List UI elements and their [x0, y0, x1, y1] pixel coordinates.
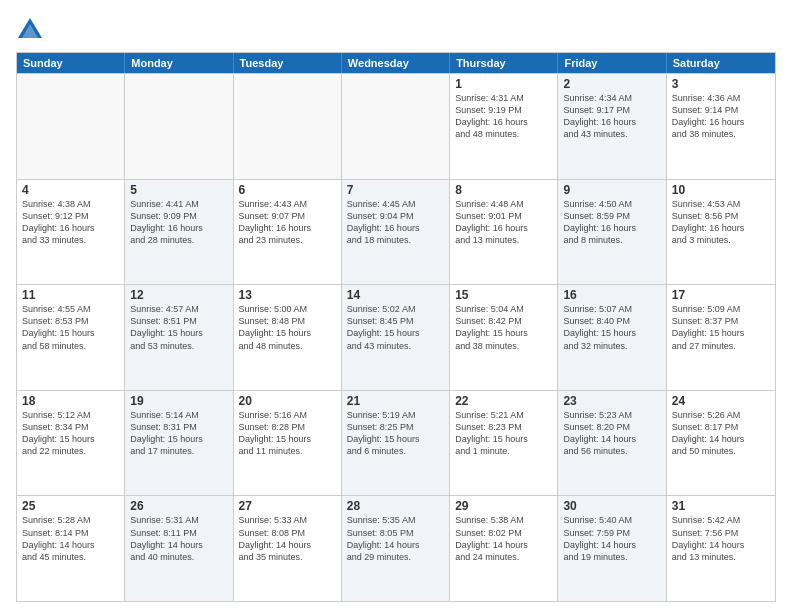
calendar-cell: 20Sunrise: 5:16 AM Sunset: 8:28 PM Dayli… — [234, 391, 342, 496]
day-info: Sunrise: 5:12 AM Sunset: 8:34 PM Dayligh… — [22, 409, 119, 458]
calendar-cell: 28Sunrise: 5:35 AM Sunset: 8:05 PM Dayli… — [342, 496, 450, 601]
weekday-header-monday: Monday — [125, 53, 233, 73]
calendar-cell: 17Sunrise: 5:09 AM Sunset: 8:37 PM Dayli… — [667, 285, 775, 390]
calendar-cell: 8Sunrise: 4:48 AM Sunset: 9:01 PM Daylig… — [450, 180, 558, 285]
calendar-cell: 27Sunrise: 5:33 AM Sunset: 8:08 PM Dayli… — [234, 496, 342, 601]
day-number: 10 — [672, 183, 770, 197]
calendar-cell: 12Sunrise: 4:57 AM Sunset: 8:51 PM Dayli… — [125, 285, 233, 390]
calendar-row-4: 18Sunrise: 5:12 AM Sunset: 8:34 PM Dayli… — [17, 390, 775, 496]
weekday-header-friday: Friday — [558, 53, 666, 73]
day-info: Sunrise: 4:45 AM Sunset: 9:04 PM Dayligh… — [347, 198, 444, 247]
day-number: 25 — [22, 499, 119, 513]
day-number: 12 — [130, 288, 227, 302]
day-info: Sunrise: 4:38 AM Sunset: 9:12 PM Dayligh… — [22, 198, 119, 247]
calendar-header: SundayMondayTuesdayWednesdayThursdayFrid… — [17, 53, 775, 73]
day-info: Sunrise: 5:07 AM Sunset: 8:40 PM Dayligh… — [563, 303, 660, 352]
day-number: 6 — [239, 183, 336, 197]
day-info: Sunrise: 4:31 AM Sunset: 9:19 PM Dayligh… — [455, 92, 552, 141]
day-info: Sunrise: 5:23 AM Sunset: 8:20 PM Dayligh… — [563, 409, 660, 458]
day-info: Sunrise: 4:43 AM Sunset: 9:07 PM Dayligh… — [239, 198, 336, 247]
day-number: 27 — [239, 499, 336, 513]
calendar-cell: 16Sunrise: 5:07 AM Sunset: 8:40 PM Dayli… — [558, 285, 666, 390]
day-info: Sunrise: 5:21 AM Sunset: 8:23 PM Dayligh… — [455, 409, 552, 458]
calendar: SundayMondayTuesdayWednesdayThursdayFrid… — [16, 52, 776, 602]
day-info: Sunrise: 4:57 AM Sunset: 8:51 PM Dayligh… — [130, 303, 227, 352]
calendar-cell — [342, 74, 450, 179]
day-number: 5 — [130, 183, 227, 197]
day-info: Sunrise: 5:26 AM Sunset: 8:17 PM Dayligh… — [672, 409, 770, 458]
day-number: 1 — [455, 77, 552, 91]
calendar-cell — [17, 74, 125, 179]
day-number: 20 — [239, 394, 336, 408]
day-info: Sunrise: 4:55 AM Sunset: 8:53 PM Dayligh… — [22, 303, 119, 352]
day-info: Sunrise: 4:53 AM Sunset: 8:56 PM Dayligh… — [672, 198, 770, 247]
day-number: 11 — [22, 288, 119, 302]
calendar-cell: 5Sunrise: 4:41 AM Sunset: 9:09 PM Daylig… — [125, 180, 233, 285]
weekday-header-tuesday: Tuesday — [234, 53, 342, 73]
calendar-cell: 30Sunrise: 5:40 AM Sunset: 7:59 PM Dayli… — [558, 496, 666, 601]
day-info: Sunrise: 4:36 AM Sunset: 9:14 PM Dayligh… — [672, 92, 770, 141]
day-info: Sunrise: 5:02 AM Sunset: 8:45 PM Dayligh… — [347, 303, 444, 352]
calendar-cell: 9Sunrise: 4:50 AM Sunset: 8:59 PM Daylig… — [558, 180, 666, 285]
weekday-header-wednesday: Wednesday — [342, 53, 450, 73]
day-info: Sunrise: 5:42 AM Sunset: 7:56 PM Dayligh… — [672, 514, 770, 563]
calendar-cell: 24Sunrise: 5:26 AM Sunset: 8:17 PM Dayli… — [667, 391, 775, 496]
day-number: 8 — [455, 183, 552, 197]
day-number: 30 — [563, 499, 660, 513]
day-info: Sunrise: 4:41 AM Sunset: 9:09 PM Dayligh… — [130, 198, 227, 247]
calendar-row-3: 11Sunrise: 4:55 AM Sunset: 8:53 PM Dayli… — [17, 284, 775, 390]
calendar-cell: 18Sunrise: 5:12 AM Sunset: 8:34 PM Dayli… — [17, 391, 125, 496]
calendar-cell: 23Sunrise: 5:23 AM Sunset: 8:20 PM Dayli… — [558, 391, 666, 496]
calendar-cell: 4Sunrise: 4:38 AM Sunset: 9:12 PM Daylig… — [17, 180, 125, 285]
day-number: 18 — [22, 394, 119, 408]
calendar-row-5: 25Sunrise: 5:28 AM Sunset: 8:14 PM Dayli… — [17, 495, 775, 601]
day-info: Sunrise: 5:19 AM Sunset: 8:25 PM Dayligh… — [347, 409, 444, 458]
day-info: Sunrise: 4:48 AM Sunset: 9:01 PM Dayligh… — [455, 198, 552, 247]
calendar-cell — [125, 74, 233, 179]
calendar-cell: 29Sunrise: 5:38 AM Sunset: 8:02 PM Dayli… — [450, 496, 558, 601]
day-info: Sunrise: 4:50 AM Sunset: 8:59 PM Dayligh… — [563, 198, 660, 247]
day-info: Sunrise: 4:34 AM Sunset: 9:17 PM Dayligh… — [563, 92, 660, 141]
day-info: Sunrise: 5:09 AM Sunset: 8:37 PM Dayligh… — [672, 303, 770, 352]
weekday-header-thursday: Thursday — [450, 53, 558, 73]
calendar-cell: 2Sunrise: 4:34 AM Sunset: 9:17 PM Daylig… — [558, 74, 666, 179]
day-info: Sunrise: 5:35 AM Sunset: 8:05 PM Dayligh… — [347, 514, 444, 563]
day-info: Sunrise: 5:00 AM Sunset: 8:48 PM Dayligh… — [239, 303, 336, 352]
day-info: Sunrise: 5:16 AM Sunset: 8:28 PM Dayligh… — [239, 409, 336, 458]
day-number: 24 — [672, 394, 770, 408]
page: SundayMondayTuesdayWednesdayThursdayFrid… — [0, 0, 792, 612]
day-info: Sunrise: 5:14 AM Sunset: 8:31 PM Dayligh… — [130, 409, 227, 458]
calendar-cell: 7Sunrise: 4:45 AM Sunset: 9:04 PM Daylig… — [342, 180, 450, 285]
calendar-cell: 26Sunrise: 5:31 AM Sunset: 8:11 PM Dayli… — [125, 496, 233, 601]
calendar-cell: 21Sunrise: 5:19 AM Sunset: 8:25 PM Dayli… — [342, 391, 450, 496]
day-number: 2 — [563, 77, 660, 91]
calendar-cell: 3Sunrise: 4:36 AM Sunset: 9:14 PM Daylig… — [667, 74, 775, 179]
day-number: 7 — [347, 183, 444, 197]
logo-icon — [16, 16, 44, 44]
day-number: 15 — [455, 288, 552, 302]
day-number: 9 — [563, 183, 660, 197]
header — [16, 12, 776, 44]
day-info: Sunrise: 5:28 AM Sunset: 8:14 PM Dayligh… — [22, 514, 119, 563]
calendar-row-1: 1Sunrise: 4:31 AM Sunset: 9:19 PM Daylig… — [17, 73, 775, 179]
calendar-cell: 10Sunrise: 4:53 AM Sunset: 8:56 PM Dayli… — [667, 180, 775, 285]
day-info: Sunrise: 5:38 AM Sunset: 8:02 PM Dayligh… — [455, 514, 552, 563]
calendar-body: 1Sunrise: 4:31 AM Sunset: 9:19 PM Daylig… — [17, 73, 775, 601]
logo — [16, 16, 48, 44]
day-number: 14 — [347, 288, 444, 302]
day-number: 17 — [672, 288, 770, 302]
day-number: 28 — [347, 499, 444, 513]
day-number: 26 — [130, 499, 227, 513]
calendar-cell: 1Sunrise: 4:31 AM Sunset: 9:19 PM Daylig… — [450, 74, 558, 179]
calendar-row-2: 4Sunrise: 4:38 AM Sunset: 9:12 PM Daylig… — [17, 179, 775, 285]
day-number: 29 — [455, 499, 552, 513]
day-number: 21 — [347, 394, 444, 408]
day-number: 3 — [672, 77, 770, 91]
calendar-cell — [234, 74, 342, 179]
day-info: Sunrise: 5:33 AM Sunset: 8:08 PM Dayligh… — [239, 514, 336, 563]
calendar-cell: 19Sunrise: 5:14 AM Sunset: 8:31 PM Dayli… — [125, 391, 233, 496]
day-number: 23 — [563, 394, 660, 408]
weekday-header-sunday: Sunday — [17, 53, 125, 73]
calendar-cell: 15Sunrise: 5:04 AM Sunset: 8:42 PM Dayli… — [450, 285, 558, 390]
calendar-cell: 6Sunrise: 4:43 AM Sunset: 9:07 PM Daylig… — [234, 180, 342, 285]
